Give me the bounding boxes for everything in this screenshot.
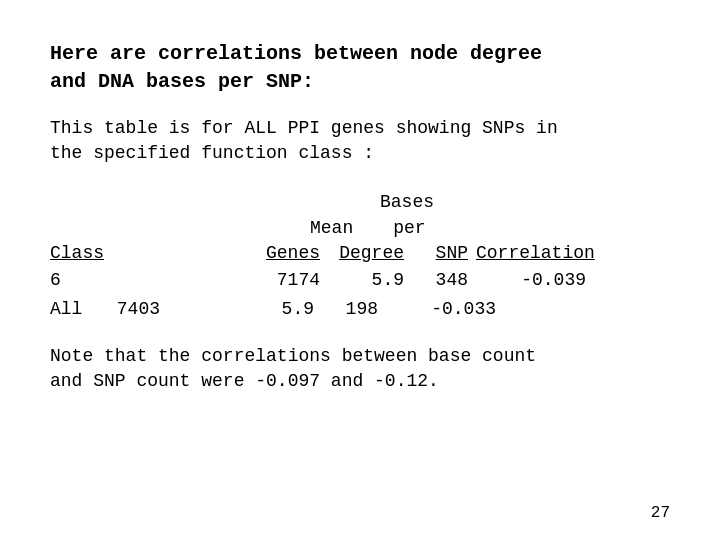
row2-degree: 5.9 xyxy=(244,295,314,324)
col-class-header: Class xyxy=(50,241,130,266)
col-correlation-header: Correlation xyxy=(476,241,586,266)
table-row: All 7403 5.9 198 -0.033 xyxy=(50,295,670,324)
row1-class: 6 xyxy=(50,266,130,295)
table-header-row-mean: Mean per xyxy=(50,216,670,241)
row1-snp: 348 xyxy=(418,266,468,295)
col-snp-header: SNP xyxy=(418,241,468,266)
col-degree-header: Degree xyxy=(334,241,404,266)
col-genes-header: Genes xyxy=(250,241,320,266)
page-number: 27 xyxy=(651,504,670,522)
page-title: Here are correlations between node degre… xyxy=(50,40,670,96)
subtitle: This table is for ALL PPI genes showing … xyxy=(50,116,670,166)
table-container: Bases Mean per Class Genes Degree SNP Co… xyxy=(50,190,670,323)
row2-all-label: 7403 xyxy=(90,295,160,324)
table-column-headers: Class Genes Degree SNP Correlation xyxy=(50,241,670,266)
table-row: 6 7174 5.9 348 -0.039 xyxy=(50,266,670,295)
row2-corr: -0.033 xyxy=(386,295,496,324)
row1-corr: -0.039 xyxy=(476,266,586,295)
note: Note that the correlations between base … xyxy=(50,344,670,394)
table-header-row-bases: Bases xyxy=(50,190,670,215)
row2-snp: 198 xyxy=(328,295,378,324)
row2-class: All xyxy=(50,295,90,324)
row1-genes: 7174 xyxy=(250,266,320,295)
row1-degree: 5.9 xyxy=(334,266,404,295)
